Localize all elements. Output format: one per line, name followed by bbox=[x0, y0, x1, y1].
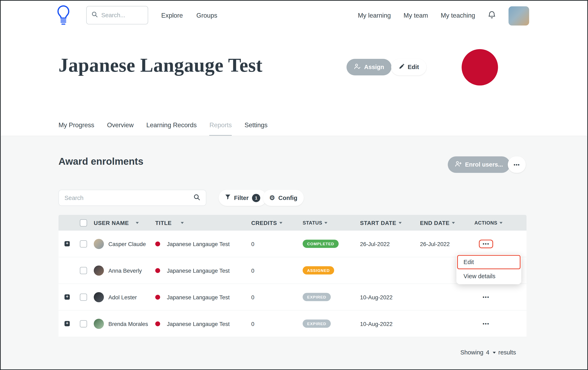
column-header-user-name[interactable]: USER NAME bbox=[91, 220, 151, 226]
row-checkbox[interactable] bbox=[80, 320, 87, 327]
nav-my-team[interactable]: My team bbox=[404, 12, 428, 20]
credits-value: 0 bbox=[248, 241, 299, 247]
row-actions-button[interactable]: ••• bbox=[479, 319, 493, 328]
actions-dropdown-menu: Edit View details bbox=[456, 254, 521, 284]
user-name: Brenda Morales bbox=[108, 320, 148, 327]
ellipsis-icon: ••• bbox=[483, 241, 489, 246]
config-label: Config bbox=[278, 194, 297, 201]
person-check-icon bbox=[354, 63, 361, 71]
sort-caret-icon bbox=[452, 222, 455, 224]
user-avatar bbox=[94, 265, 104, 275]
funnel-icon bbox=[225, 194, 231, 201]
edit-button[interactable]: Edit bbox=[391, 59, 426, 75]
user-name: Casper Claude bbox=[108, 241, 146, 247]
sort-caret-icon bbox=[181, 222, 184, 224]
nav-groups[interactable]: Groups bbox=[196, 12, 217, 20]
global-search-input[interactable] bbox=[101, 12, 139, 19]
sort-caret-icon bbox=[399, 222, 401, 224]
row-checkbox[interactable] bbox=[80, 267, 87, 274]
person-plus-icon bbox=[455, 161, 462, 169]
config-button[interactable]: ⚙ Config bbox=[263, 190, 304, 206]
start-date: 10-Aug-2022 bbox=[357, 320, 417, 327]
table-header-row: USER NAME TITLE CREDITS STATUS START DAT… bbox=[59, 215, 526, 231]
tab-my-progress[interactable]: My Progress bbox=[59, 121, 94, 136]
course-title: Japanese Langauge Test bbox=[167, 241, 230, 247]
user-avatar bbox=[94, 239, 104, 249]
tab-learning-records[interactable]: Learning Records bbox=[146, 121, 197, 136]
column-header-actions[interactable]: ACTIONS bbox=[472, 220, 526, 226]
tab-reports[interactable]: Reports bbox=[209, 121, 232, 136]
enrol-users-button[interactable]: Enrol users... bbox=[448, 156, 510, 173]
column-header-start-date[interactable]: START DATE bbox=[357, 220, 417, 226]
page-header: Japanese Langauge Test Assign Edit My Pr bbox=[1, 31, 587, 136]
assign-button-label: Assign bbox=[364, 64, 384, 71]
results-per-page-selector[interactable]: 4 bbox=[486, 349, 489, 356]
primary-nav-links: Explore Groups bbox=[161, 1, 217, 31]
search-icon bbox=[92, 11, 98, 19]
nav-my-teaching[interactable]: My teaching bbox=[441, 12, 475, 20]
ellipsis-icon: ••• bbox=[483, 321, 489, 326]
expand-row-button[interactable]: + bbox=[64, 321, 70, 326]
user-avatar bbox=[94, 292, 104, 302]
notifications-bell-icon[interactable] bbox=[488, 11, 496, 21]
menu-item-edit[interactable]: Edit bbox=[457, 255, 520, 269]
expand-row-button[interactable]: + bbox=[64, 294, 70, 300]
user-name: Adol Lester bbox=[108, 294, 137, 300]
search-icon[interactable] bbox=[193, 194, 200, 202]
sort-caret-icon bbox=[136, 222, 139, 224]
filter-count-badge: 1 bbox=[252, 194, 260, 202]
results-count: Showing 4 results bbox=[460, 349, 516, 356]
tab-overview[interactable]: Overview bbox=[107, 121, 134, 136]
user-avatar bbox=[94, 318, 104, 329]
column-header-credits[interactable]: CREDITS bbox=[248, 220, 299, 226]
user-name: Anna Beverly bbox=[108, 267, 142, 274]
filter-button[interactable]: Filter 1 bbox=[219, 190, 267, 206]
course-thumbnail bbox=[155, 321, 160, 326]
status-badge: ASSIGNED bbox=[303, 266, 334, 275]
top-navigation-bar: Explore Groups My learning My team My te… bbox=[1, 1, 587, 31]
table-row: + Adol Lester Japanese Langauge Test 0 E… bbox=[59, 284, 526, 311]
course-thumbnail bbox=[155, 295, 160, 299]
global-search-box bbox=[86, 6, 148, 24]
page-more-actions-button[interactable]: ••• bbox=[508, 156, 526, 173]
status-badge: EXPIRED bbox=[303, 293, 331, 301]
credits-value: 0 bbox=[248, 294, 299, 300]
lightbulb-logo-icon[interactable] bbox=[56, 5, 71, 26]
column-header-title[interactable]: TITLE bbox=[151, 220, 248, 226]
column-header-status[interactable]: STATUS bbox=[299, 220, 357, 226]
expand-row-button[interactable]: + bbox=[64, 241, 70, 246]
section-heading: Award enrolments bbox=[59, 156, 143, 167]
select-all-checkbox[interactable] bbox=[80, 219, 87, 226]
row-checkbox[interactable] bbox=[80, 240, 87, 247]
menu-item-view-details[interactable]: View details bbox=[457, 269, 520, 284]
row-actions-button[interactable]: ••• bbox=[479, 240, 493, 248]
profile-avatar[interactable] bbox=[508, 6, 529, 25]
enrol-users-label: Enrol users... bbox=[465, 161, 503, 168]
sort-caret-icon bbox=[325, 222, 328, 224]
assign-button[interactable]: Assign bbox=[346, 59, 391, 75]
showing-label: Showing bbox=[460, 349, 483, 356]
main-content: Award enrolments Enrol users... ••• bbox=[1, 136, 587, 369]
results-label: results bbox=[498, 349, 516, 356]
gear-icon: ⚙ bbox=[269, 195, 275, 201]
row-checkbox[interactable] bbox=[80, 293, 87, 301]
nav-my-learning[interactable]: My learning bbox=[358, 12, 391, 20]
edit-button-label: Edit bbox=[408, 64, 419, 71]
chevron-down-icon[interactable] bbox=[493, 352, 496, 353]
table-search-input[interactable] bbox=[64, 194, 194, 201]
credits-value: 0 bbox=[248, 267, 299, 274]
nav-explore[interactable]: Explore bbox=[161, 12, 183, 20]
tab-settings[interactable]: Settings bbox=[244, 121, 267, 136]
start-date: 26-Jul-2022 bbox=[357, 241, 417, 247]
app-window: Explore Groups My learning My team My te… bbox=[0, 0, 588, 370]
filter-label: Filter bbox=[234, 194, 249, 201]
secondary-nav-links: My learning My team My teaching bbox=[358, 1, 529, 31]
table-row: + Casper Claude Japanese Langauge Test 0… bbox=[59, 231, 526, 257]
course-thumbnail bbox=[155, 241, 160, 246]
page-tabs: My Progress Overview Learning Records Re… bbox=[59, 121, 268, 136]
course-thumbnail bbox=[155, 268, 160, 273]
column-header-end-date[interactable]: END DATE bbox=[417, 220, 471, 226]
row-actions-button[interactable]: ••• bbox=[479, 293, 493, 301]
course-title: Japanese Langauge Test bbox=[167, 320, 230, 327]
course-title: Japanese Langauge Test bbox=[167, 267, 230, 274]
